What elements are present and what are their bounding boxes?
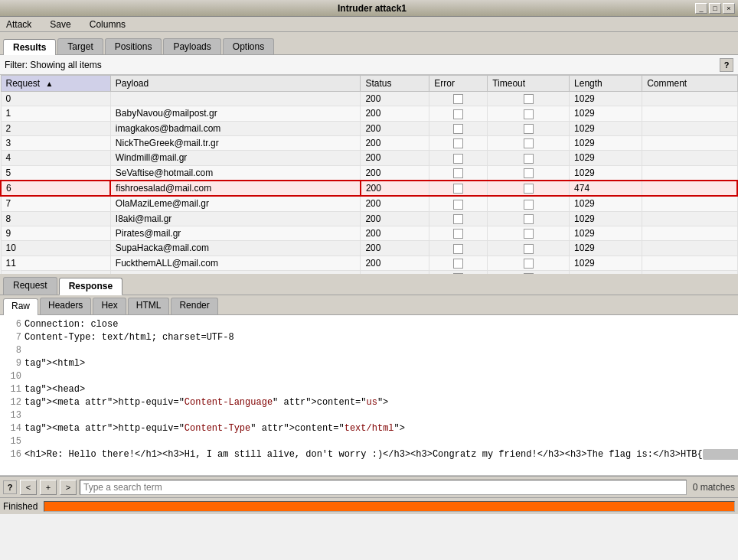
results-table: Request ▲ Payload Status Error Timeout L… <box>0 75 738 274</box>
title-bar: Intruder attack1 _ □ × <box>0 0 738 17</box>
tab-results[interactable]: Results <box>3 39 56 55</box>
menu-bar: Attack Save Columns <box>0 17 738 32</box>
status-label: Finished <box>3 501 38 512</box>
tab-payloads[interactable]: Payloads <box>163 38 220 54</box>
sub-tab-raw[interactable]: Raw <box>3 298 38 315</box>
col-error[interactable]: Error <box>429 76 488 92</box>
code-line: 7Content-Type: text/html; charset=UTF-8 <box>3 331 735 344</box>
code-line: 9tag"><html> <box>3 357 735 370</box>
filter-bar: Filter: Showing all items ? <box>0 55 738 75</box>
search-input[interactable] <box>80 480 687 495</box>
tab-options[interactable]: Options <box>223 38 274 54</box>
filter-text: Filter: Showing all items <box>5 60 102 70</box>
table-row[interactable]: 11FuckthemALL@mail.com2001029 <box>1 256 737 270</box>
table-row[interactable]: 8I8aki@mail.gr2001029 <box>1 211 737 226</box>
window-title: Intruder attack1 <box>49 3 695 14</box>
sub-tab-hex[interactable]: Hex <box>93 298 126 314</box>
table-row[interactable]: 10SupaHacka@mail.com2001029 <box>1 241 737 256</box>
search-prev-button[interactable]: < <box>20 480 37 495</box>
code-line: 12tag"><meta attr">http-equiv="Content-L… <box>3 396 735 409</box>
status-bar: Finished <box>0 497 738 514</box>
table-row[interactable]: 9Pirates@mail.gr2001029 <box>1 226 737 240</box>
sub-tab-bar: Raw Headers Hex HTML Render <box>0 295 738 315</box>
table-row[interactable]: 6fishroesalad@mail.com200474 <box>1 181 737 196</box>
tab-response[interactable]: Response <box>59 278 122 295</box>
table-row[interactable]: 3NickTheGreek@mail.tr.gr2001029 <box>1 135 737 150</box>
code-line: 11tag"><head> <box>3 383 735 396</box>
table-row[interactable]: 2imagkakos@badmail.com2001029 <box>1 121 737 135</box>
code-area: 6Connection: close7Content-Type: text/ht… <box>0 315 738 476</box>
sub-tab-html[interactable]: HTML <box>128 298 170 314</box>
menu-save[interactable]: Save <box>47 18 73 31</box>
code-line: 8 <box>3 344 735 357</box>
window-controls[interactable]: _ □ × <box>695 3 735 14</box>
col-status[interactable]: Status <box>361 76 429 92</box>
close-button[interactable]: × <box>723 3 735 14</box>
table-row[interactable]: 02001029 <box>1 92 737 106</box>
tab-positions[interactable]: Positions <box>105 38 162 54</box>
tab-request[interactable]: Request <box>3 277 57 295</box>
match-count: 0 matches <box>693 482 735 493</box>
code-line: 15 <box>3 435 735 448</box>
code-line: 10 <box>3 370 735 383</box>
search-add-button[interactable]: + <box>40 480 57 495</box>
col-length[interactable]: Length <box>570 76 642 92</box>
results-table-container: Request ▲ Payload Status Error Timeout L… <box>0 75 738 274</box>
main-tab-bar: Results Target Positions Payloads Option… <box>0 32 738 55</box>
col-request[interactable]: Request ▲ <box>1 76 110 92</box>
table-row[interactable]: 4Windmill@mail.gr2001029 <box>1 151 737 165</box>
menu-columns[interactable]: Columns <box>87 18 129 31</box>
sub-tab-render[interactable]: Render <box>171 298 217 314</box>
code-line: 14tag"><meta attr">http-equiv="Content-T… <box>3 422 735 435</box>
maximize-button[interactable]: □ <box>709 3 721 14</box>
search-help-button[interactable]: ? <box>3 480 17 494</box>
code-line: 16<h1>Re: Hello there!</h1><h3>Hi, I am … <box>3 448 735 461</box>
table-row[interactable]: 1BabyNavou@mailpost.gr2001029 <box>1 106 737 121</box>
status-progress <box>44 501 735 512</box>
req-res-tab-bar: Request Response <box>0 274 738 295</box>
sub-tab-headers[interactable]: Headers <box>40 298 91 314</box>
status-progress-fill <box>44 502 734 511</box>
menu-attack[interactable]: Attack <box>3 18 34 31</box>
search-bar: ? < + > 0 matches <box>0 476 738 497</box>
table-row[interactable]: 5SeVaftise@hotmail.com2001029 <box>1 165 737 181</box>
col-timeout[interactable]: Timeout <box>488 76 570 92</box>
tab-target[interactable]: Target <box>57 38 103 54</box>
col-payload[interactable]: Payload <box>110 76 361 92</box>
code-line: 13 <box>3 409 735 422</box>
col-comment[interactable]: Comment <box>642 76 737 92</box>
help-button[interactable]: ? <box>720 58 733 72</box>
search-next-button[interactable]: > <box>60 480 77 495</box>
code-line: 6Connection: close <box>3 318 735 331</box>
table-row[interactable]: 7OlaMaziLeme@mail.gr2001029 <box>1 196 737 211</box>
minimize-button[interactable]: _ <box>695 3 707 14</box>
